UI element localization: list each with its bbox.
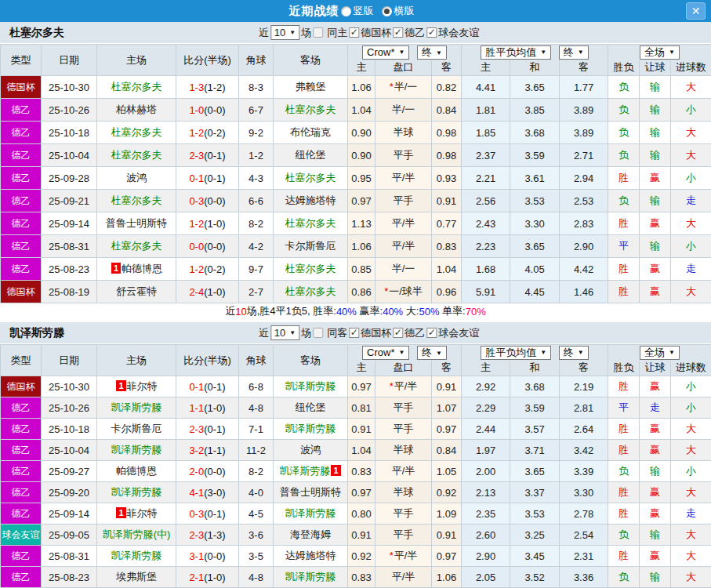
- away-team-cell: 凯泽斯劳滕: [274, 567, 348, 588]
- avg-type-select[interactable]: 胜平负均值▼: [481, 45, 551, 60]
- friendly-filter-checkbox[interactable]: ✓: [426, 328, 437, 338]
- team-name-link[interactable]: 杜塞尔多夫: [285, 217, 336, 229]
- team-name-link[interactable]: 普鲁士明斯特: [106, 217, 167, 229]
- score-cell: 1-1(1-0): [176, 397, 239, 419]
- radio-unselected-icon[interactable]: [341, 6, 351, 16]
- goals-result-cell: 小: [671, 376, 711, 397]
- liga2-filter-checkbox[interactable]: ✓: [393, 328, 403, 338]
- radio-selected-icon[interactable]: [382, 6, 392, 16]
- team-name-link[interactable]: 达姆施塔特: [285, 550, 336, 561]
- score-cell: 0-1(0-1): [176, 376, 239, 397]
- cup-filter-checkbox[interactable]: ✓: [349, 328, 359, 338]
- same-away-label: 同客: [327, 326, 347, 340]
- team-name-link[interactable]: 纽伦堡: [296, 401, 326, 413]
- team-name-link[interactable]: 舒云霍特: [116, 285, 157, 297]
- col-header-home: 主场: [97, 45, 176, 76]
- team-name-link[interactable]: 凯泽斯劳滕: [285, 507, 336, 519]
- team-name-link[interactable]: 埃弗斯堡: [116, 571, 157, 583]
- team-name-link[interactable]: 杜塞尔多夫: [111, 149, 162, 161]
- bookmaker-select[interactable]: Crow*▼: [362, 346, 409, 360]
- same-home-checkbox[interactable]: [313, 27, 323, 38]
- team-name-link[interactable]: 菲尔特: [127, 380, 158, 392]
- team-name-link[interactable]: 卡尔斯鲁厄: [111, 423, 162, 434]
- radio-horizontal-layout[interactable]: 横版: [382, 4, 415, 18]
- away-team-cell: 弗赖堡: [274, 76, 348, 99]
- handicap-cell: 平/半: [375, 235, 432, 258]
- record-summary: 近10场,胜4平1负5, 胜率:40% 赢率:40% 大:50% 单率:70%: [0, 303, 711, 319]
- team-name-link[interactable]: 杜塞尔多夫: [285, 263, 336, 274]
- team-name-link[interactable]: 凯泽斯劳滕(中): [103, 528, 171, 540]
- friendly-filter-checkbox[interactable]: ✓: [426, 27, 437, 38]
- team-name-link[interactable]: 杜塞尔多夫: [285, 103, 336, 115]
- league-type-cell: 德乙: [1, 397, 42, 419]
- match-row: 德国杯25-10-30杜塞尔多夫1-3(1-2)8-3弗赖堡1.06*半/一0.…: [1, 76, 711, 99]
- team-name-link[interactable]: 杜塞尔多夫: [111, 81, 162, 93]
- team-name-link[interactable]: 海登海姆: [290, 528, 331, 540]
- away-team-cell: 卡尔斯鲁厄: [274, 235, 348, 258]
- avg-time-select[interactable]: 终▼: [559, 346, 589, 360]
- match-count-select[interactable]: 10▼: [270, 25, 299, 40]
- close-button[interactable]: ✕: [686, 2, 706, 20]
- team-name-link[interactable]: 帕德博恩: [116, 465, 157, 477]
- panel-title: 近期战绩: [289, 4, 339, 19]
- corner-cell: 4-5: [239, 503, 274, 524]
- team-name-link[interactable]: 帕德博恩: [122, 263, 162, 274]
- odds-time-select[interactable]: 终▼: [417, 45, 447, 60]
- layout-radio-group: 竖版 横版: [341, 4, 423, 18]
- avg-type-select[interactable]: 胜平负均值▼: [481, 346, 551, 360]
- liga2-filter-checkbox[interactable]: ✓: [393, 27, 403, 38]
- avg-draw-cell: 3.65: [510, 76, 560, 99]
- away-odds-cell: 0.97: [432, 546, 462, 567]
- away-odds-cell: 0.98: [432, 144, 462, 167]
- home-team-cell: 舒云霍特: [97, 281, 176, 303]
- team-name-link[interactable]: 纽伦堡: [296, 149, 326, 161]
- team-name-link[interactable]: 卡尔斯鲁厄: [285, 240, 336, 252]
- handicap-result-cell: 赢: [640, 258, 671, 281]
- team-name-link[interactable]: 凯泽斯劳滕: [285, 380, 336, 392]
- team-name-link[interactable]: 凯泽斯劳滕: [111, 401, 162, 413]
- team-name-link[interactable]: 杜塞尔多夫: [285, 285, 336, 297]
- corner-cell: 4-0: [239, 482, 274, 503]
- avg-draw-cell: 3.61: [510, 167, 560, 190]
- odds-time-select[interactable]: 终▼: [417, 346, 447, 360]
- odds-changed-star: *: [390, 81, 394, 93]
- handicap-cell: 平手: [375, 144, 432, 167]
- away-team-cell: 凯泽斯劳滕: [274, 376, 348, 397]
- avg-win-cell: 2.29: [462, 397, 510, 419]
- team-name-link[interactable]: 凯泽斯劳滕: [111, 550, 162, 561]
- team-name-link[interactable]: 达姆施塔特: [285, 194, 336, 206]
- team-name-link[interactable]: 波鸿: [300, 444, 321, 456]
- team-name-link[interactable]: 杜塞尔多夫: [111, 194, 162, 206]
- avg-lose-cell: 3.36: [560, 567, 608, 588]
- bookmaker-select[interactable]: Crow*▼: [362, 45, 409, 60]
- team-name-link[interactable]: 凯泽斯劳滕: [285, 423, 336, 434]
- avg-time-select[interactable]: 终▼: [559, 45, 589, 60]
- team-name-link[interactable]: 杜塞尔多夫: [285, 172, 336, 183]
- team-name-link[interactable]: 凯泽斯劳滕: [111, 486, 162, 498]
- radio-vertical-layout[interactable]: 竖版: [341, 4, 374, 18]
- team-name-link[interactable]: 杜塞尔多夫: [111, 240, 162, 252]
- avg-win-cell: 1.97: [462, 440, 510, 461]
- period-select[interactable]: 全场▼: [640, 346, 680, 360]
- team-name-link[interactable]: 柏林赫塔: [116, 103, 157, 115]
- team-name-link[interactable]: 波鸿: [126, 172, 147, 183]
- home-team-cell: 杜塞尔多夫: [97, 144, 176, 167]
- period-select[interactable]: 全场▼: [640, 45, 680, 60]
- score-cell: 0-1(0-1): [176, 167, 239, 190]
- team-name-link[interactable]: 凯泽斯劳滕: [285, 571, 336, 583]
- corner-cell: 9-2: [239, 122, 274, 144]
- same-away-checkbox[interactable]: [313, 328, 323, 338]
- team-name-link[interactable]: 杜塞尔多夫: [111, 126, 162, 138]
- team-name-link[interactable]: 菲尔特: [127, 507, 158, 519]
- team-name-link[interactable]: 凯泽斯劳滕: [111, 444, 162, 456]
- match-count-select[interactable]: 10▼: [270, 325, 299, 340]
- home-team-cell: 帕德博恩: [97, 461, 176, 482]
- home-odds-cell: 0.90: [348, 144, 375, 167]
- cup-filter-checkbox[interactable]: ✓: [349, 27, 359, 38]
- radio-vertical-label: 竖版: [354, 4, 374, 18]
- team-name-link[interactable]: 弗赖堡: [296, 81, 326, 93]
- team-name-link[interactable]: 凯泽斯劳滕: [279, 465, 330, 477]
- chevron-down-icon: ▼: [289, 329, 296, 336]
- team-name-link[interactable]: 普鲁士明斯特: [280, 486, 341, 498]
- team-name-link[interactable]: 布伦瑞克: [290, 126, 331, 138]
